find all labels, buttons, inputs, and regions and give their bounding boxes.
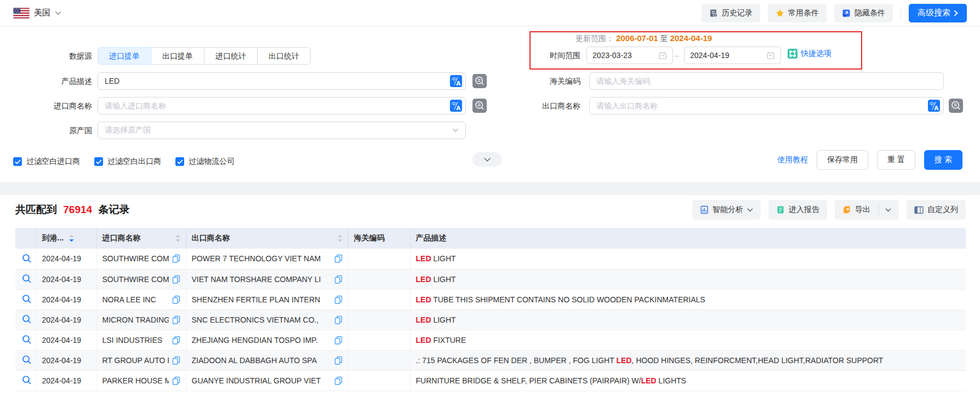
header-product-desc: 产品描述: [410, 228, 966, 249]
save-conditions-button[interactable]: 保存常用: [817, 150, 868, 170]
copy-icon[interactable]: [172, 275, 180, 284]
copy-icon[interactable]: [334, 336, 343, 345]
collapse-panel-button[interactable]: [472, 152, 502, 167]
header-exporter[interactable]: 出口商名称: [186, 228, 348, 249]
translate-icon[interactable]: 中A: [450, 100, 462, 112]
row-detail-search-icon[interactable]: [21, 252, 33, 265]
end-date-input[interactable]: 2024-04-19: [684, 47, 781, 64]
export-button[interactable]: 导出: [835, 200, 899, 220]
arrival-date: 2024-04-19: [42, 295, 82, 304]
row-detail-search-icon[interactable]: [21, 354, 33, 366]
chevron-right-icon: [954, 10, 958, 16]
results-section: 共匹配到 76914 条记录 智能分析 进入报告 导出: [0, 195, 980, 396]
copy-icon[interactable]: [172, 254, 180, 263]
product-desc-input[interactable]: [98, 72, 466, 90]
checkbox-checked-icon: [94, 157, 103, 166]
smart-analysis-button[interactable]: 智能分析: [692, 200, 761, 220]
arrival-date: 2024-04-19: [42, 254, 82, 263]
copy-icon[interactable]: [334, 376, 343, 385]
customize-columns-button[interactable]: 自定义列: [907, 200, 966, 220]
importer-input[interactable]: [98, 97, 466, 114]
filter-blank-exporter[interactable]: 过滤空白出口商: [94, 157, 161, 167]
exact-match-icon[interactable]: [472, 99, 487, 113]
copy-icon[interactable]: [172, 356, 180, 365]
exporter-input[interactable]: [589, 97, 944, 114]
highlighted-keyword: LED: [416, 336, 431, 345]
search-button[interactable]: 搜 索: [924, 150, 962, 170]
filter-logistics[interactable]: 过滤物流公司: [175, 157, 235, 167]
export-icon: [842, 205, 851, 214]
exporter-name: ZIADOON AL DABBAGH AUTO SPA: [192, 356, 317, 365]
calendar-icon: [658, 51, 667, 60]
copy-icon[interactable]: [334, 315, 343, 324]
sort-icon-desc-active[interactable]: [69, 234, 74, 242]
tutorial-link[interactable]: 使用教程: [777, 155, 808, 165]
copy-icon[interactable]: [172, 295, 180, 304]
chevron-down-icon[interactable]: [885, 208, 891, 212]
checkbox-checked-icon: [175, 157, 184, 166]
enter-report-button[interactable]: 进入报告: [768, 200, 827, 220]
tab-import-bill[interactable]: 进口提单: [98, 47, 151, 65]
product-desc-label: 产品描述: [0, 72, 92, 90]
translate-icon[interactable]: 中A: [928, 100, 940, 112]
tab-export-bill[interactable]: 出口提单: [151, 47, 204, 65]
header-importer[interactable]: 进口商名称: [96, 228, 186, 249]
history-button[interactable]: 历史记录: [702, 4, 760, 22]
exact-match-icon[interactable]: [949, 99, 963, 113]
filter-label: 过滤空白出口商: [107, 157, 161, 167]
hs-code-label: 海关编码: [488, 72, 580, 90]
sort-icon[interactable]: [175, 234, 180, 242]
header-arrival-date[interactable]: 到港...: [36, 228, 96, 249]
favorites-button[interactable]: 常用条件: [768, 4, 827, 22]
country-name: 美国: [34, 8, 50, 18]
hs-code-input[interactable]: [589, 72, 944, 90]
exporter-label: 出口商名称: [488, 97, 580, 114]
hide-conditions-button[interactable]: 隐藏条件: [834, 4, 893, 22]
row-detail-search-icon[interactable]: [21, 273, 33, 285]
advanced-search-label: 高级搜索: [918, 8, 950, 18]
start-date-input[interactable]: 2023-03-23: [586, 47, 673, 64]
chevron-down-icon: [483, 157, 491, 162]
date-range-dash: –: [675, 47, 679, 64]
importer-name: MICRON TRADING: [102, 315, 169, 324]
time-range-label: 时间范围: [488, 47, 580, 64]
chevron-down-icon: [452, 128, 459, 133]
header-detail-col: [15, 228, 36, 249]
origin-country-select[interactable]: 请选择原产国: [98, 122, 466, 139]
row-detail-search-icon[interactable]: [21, 313, 33, 325]
advanced-search-button[interactable]: 高级搜索: [909, 4, 967, 22]
sort-icon[interactable]: [338, 234, 343, 242]
copy-icon[interactable]: [334, 275, 343, 284]
translate-icon[interactable]: 中A: [450, 75, 462, 87]
reset-button[interactable]: 重 置: [877, 150, 915, 170]
table-row: 2024-04-19 LSI INDUSTRIES ZHEJIANG HENGD…: [15, 330, 966, 350]
copy-icon[interactable]: [334, 295, 343, 304]
copy-icon[interactable]: [172, 336, 180, 345]
copy-icon[interactable]: [334, 356, 343, 365]
row-detail-search-icon[interactable]: [21, 293, 33, 305]
exporter-name: SHENZHEN FERTILE PLAN INTERN: [192, 295, 321, 304]
filter-blank-importer[interactable]: 过滤空白进口商: [13, 157, 80, 167]
product-description: LED TUBE THIS SHIPMENT CONTAINS NO SOLID…: [410, 289, 966, 309]
copy-icon[interactable]: [334, 254, 343, 263]
highlighted-keyword: LED: [616, 356, 631, 365]
tab-export-stats[interactable]: 出口统计: [257, 47, 311, 65]
row-detail-search-icon[interactable]: [21, 334, 33, 346]
exact-match-icon[interactable]: [472, 74, 487, 88]
exporter-name: ZHEJIANG HENGDIAN TOSPO IMP.: [192, 336, 318, 345]
table-row: 2024-04-19 NORA LEE INC SHENZHEN FERTILE…: [15, 289, 966, 309]
importer-name: SOUTHWIRE COMP: [102, 275, 169, 284]
export-label: 导出: [855, 205, 870, 215]
copy-icon[interactable]: [172, 315, 180, 324]
topbar: 美国 历史记录 常用条件 隐藏条件 高级搜索: [0, 0, 980, 26]
quick-options-link[interactable]: 快捷选项: [788, 49, 831, 59]
origin-country-label: 原产国: [0, 122, 92, 139]
checkbox-checked-icon: [13, 157, 22, 166]
importer-name: NORA LEE INC: [102, 295, 156, 304]
country-selector[interactable]: 美国: [13, 8, 61, 19]
copy-icon[interactable]: [172, 376, 180, 385]
product-description: FURNITURE BRIDGE & SHELF, PIER CABINETS …: [410, 370, 966, 391]
filter-label: 过滤空白进口商: [26, 157, 80, 167]
tab-import-stats[interactable]: 进口统计: [204, 47, 258, 65]
row-detail-search-icon[interactable]: [21, 374, 33, 386]
